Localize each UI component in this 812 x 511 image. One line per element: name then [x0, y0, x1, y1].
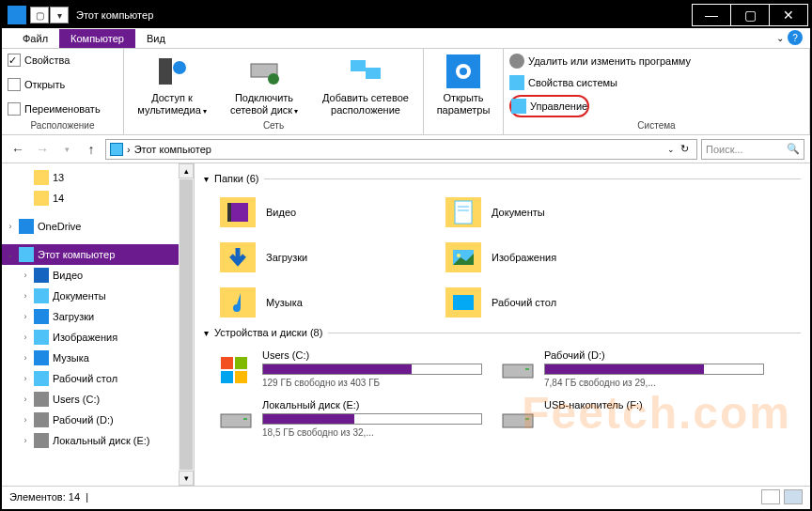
svg-rect-26 — [235, 371, 247, 383]
address-path: Этот компьютер — [134, 144, 211, 155]
sidebar-item-label: Загрузки — [53, 311, 94, 322]
help-icon[interactable]: ? — [788, 30, 803, 45]
ribbon-group-system: Удалить или изменить программу Свойства … — [504, 49, 810, 134]
network-drive-icon — [247, 54, 281, 88]
downloads-icon — [34, 309, 49, 324]
drive-name: Рабочий (D:) — [544, 349, 764, 361]
drive-name: Локальный диск (E:) — [262, 399, 482, 410]
open-settings-button[interactable]: Открыть параметры — [429, 51, 497, 116]
sidebar-item-pictures-7[interactable]: ›Изображения — [2, 327, 194, 348]
folder-label: Изображения — [492, 252, 556, 263]
tab-computer[interactable]: Компьютер — [59, 29, 135, 48]
expand-icon[interactable]: › — [21, 333, 30, 342]
checkbox-icon: ✓ — [8, 54, 21, 67]
drives-section-header[interactable]: ▾ Устройства и диски (8) — [204, 327, 801, 338]
expand-icon[interactable]: › — [21, 436, 30, 445]
address-field[interactable]: › Этот компьютер ⌄ ↻ — [105, 139, 697, 160]
svg-rect-4 — [351, 60, 366, 71]
sidebar-item-folder-0[interactable]: 13 — [2, 167, 194, 188]
view-tiles-button[interactable] — [784, 489, 803, 504]
qat-btn-2[interactable]: ▾ — [50, 7, 69, 23]
svg-rect-24 — [235, 357, 247, 369]
remove-program-button[interactable]: Удалить или изменить программу — [509, 52, 691, 70]
rename-button[interactable]: Переименовать — [8, 101, 101, 117]
back-button[interactable]: ← — [8, 139, 28, 160]
open-button[interactable]: Открыть — [8, 76, 65, 93]
scroll-up-icon[interactable]: ▴ — [179, 163, 194, 178]
system-properties-button[interactable]: Свойства системы — [509, 73, 617, 92]
expand-icon[interactable]: › — [21, 374, 30, 383]
folder-label: Документы — [492, 207, 545, 218]
svg-rect-13 — [455, 201, 472, 224]
svg-rect-11 — [227, 203, 231, 222]
chevron-down-icon: ▾ — [204, 174, 209, 184]
minimize-button[interactable]: — — [692, 4, 731, 26]
sidebar-item-downloads-6[interactable]: ›Загрузки — [2, 306, 194, 327]
folder-item[interactable]: Загрузки — [219, 237, 426, 278]
drive-item[interactable]: Users (C:)129 ГБ свободно из 403 ГБ — [219, 346, 482, 392]
drive-item[interactable]: Рабочий (D:)7,84 ГБ свободно из 29,... — [501, 346, 764, 392]
scroll-down-icon[interactable]: ▾ — [179, 471, 194, 486]
maximize-button[interactable]: ▢ — [730, 4, 770, 26]
folder-item[interactable]: Музыка — [219, 282, 426, 323]
sidebar-scrollbar[interactable]: ▴ ▾ — [179, 163, 194, 486]
svg-rect-28 — [525, 368, 529, 370]
tab-view[interactable]: Вид — [135, 29, 177, 48]
window-title: Этот компьютер — [76, 9, 693, 21]
ribbon-expand-icon[interactable]: ⌄ — [776, 33, 784, 43]
folder-item[interactable]: Изображения — [445, 237, 651, 278]
sidebar-item-video-4[interactable]: ›Видео — [2, 265, 194, 286]
sidebar-item-folder-1[interactable]: 14 — [2, 188, 194, 209]
sidebar-item-drive-12[interactable]: ›Локальный диск (E:) — [2, 430, 194, 451]
sidebar-item-docs-5[interactable]: ›Документы — [2, 286, 194, 306]
expand-icon[interactable]: › — [21, 395, 30, 404]
sidebar-item-drive-11[interactable]: ›Рабочий (D:) — [2, 410, 194, 430]
folder-item[interactable]: Рабочий стол — [445, 282, 651, 323]
expand-icon[interactable]: › — [21, 271, 30, 280]
sidebar-item-pc-3[interactable]: ⌄Этот компьютер — [2, 244, 194, 265]
expand-icon[interactable]: › — [21, 291, 30, 301]
svg-rect-27 — [503, 364, 533, 378]
view-details-button[interactable] — [761, 489, 780, 504]
navigation-sidebar: 1314›OneDrive⌄Этот компьютер›Видео›Докум… — [2, 163, 195, 486]
refresh-icon[interactable]: ↻ — [680, 143, 689, 155]
address-dropdown-icon[interactable]: ⌄ — [667, 145, 675, 154]
recent-dropdown[interactable]: ▾ — [56, 139, 77, 160]
svg-rect-23 — [221, 357, 233, 369]
drive-item[interactable]: USB-накопитель (F:) — [501, 395, 764, 441]
manage-button[interactable]: Управление — [509, 95, 589, 117]
content-area: 1314›OneDrive⌄Этот компьютер›Видео›Докум… — [2, 163, 810, 486]
expand-icon[interactable]: ⌄ — [6, 250, 15, 259]
tab-file[interactable]: Файл — [11, 29, 59, 48]
sidebar-item-music-8[interactable]: ›Музыка — [2, 348, 194, 368]
properties-button[interactable]: ✓Свойства — [8, 52, 70, 69]
qat-btn-1[interactable]: ▢ — [30, 7, 49, 23]
expand-icon[interactable]: › — [21, 353, 30, 363]
drive-icon — [34, 412, 49, 427]
media-icon — [155, 54, 189, 88]
svg-rect-22 — [453, 295, 474, 310]
open-icon — [8, 78, 21, 91]
folders-section-header[interactable]: ▾ Папки (6) — [204, 173, 801, 184]
expand-icon[interactable]: › — [6, 222, 15, 231]
media-access-button[interactable]: Доступ к мультимедиа▾ — [130, 51, 214, 117]
docs-icon — [34, 288, 49, 303]
forward-button[interactable]: → — [32, 139, 53, 160]
svg-point-8 — [460, 68, 467, 75]
add-network-location-button[interactable]: Добавить сетевое расположение — [314, 51, 417, 116]
close-button[interactable]: ✕ — [769, 4, 808, 26]
search-input[interactable]: Поиск... 🔍 — [701, 139, 804, 160]
connect-network-drive-button[interactable]: Подключить сетевой диск▾ — [222, 51, 306, 117]
folder-item[interactable]: Документы — [445, 192, 651, 233]
scroll-thumb[interactable] — [180, 179, 193, 470]
sidebar-item-label: Документы — [53, 290, 106, 302]
up-button[interactable]: ↑ — [81, 139, 102, 160]
sidebar-item-desktop-9[interactable]: ›Рабочий стол — [2, 368, 194, 389]
expand-icon[interactable]: › — [21, 312, 30, 321]
sidebar-item-onedrive-2[interactable]: ›OneDrive — [2, 216, 194, 237]
folder-item[interactable]: Видео — [219, 192, 426, 233]
expand-icon[interactable]: › — [21, 415, 30, 425]
folder-icon — [219, 195, 257, 229]
sidebar-item-drive-10[interactable]: ›Users (C:) — [2, 389, 194, 410]
drive-item[interactable]: Локальный диск (E:)18,5 ГБ свободно из 3… — [219, 395, 482, 441]
